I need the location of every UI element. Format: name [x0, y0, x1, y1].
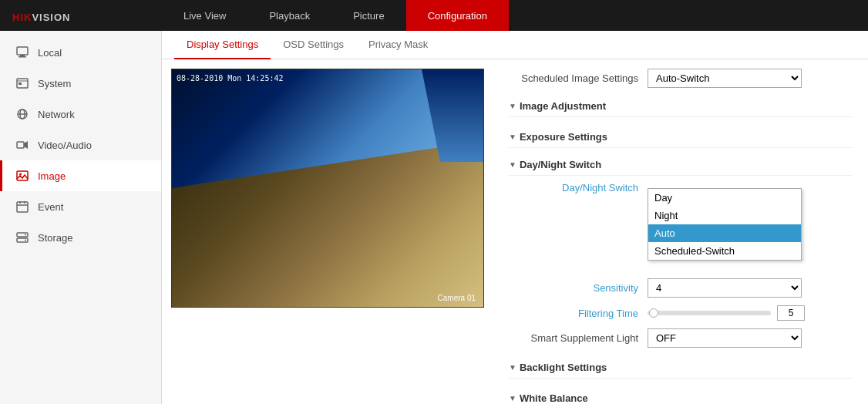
monitor-icon: [15, 45, 30, 60]
svg-rect-11: [17, 171, 28, 180]
sidebar-label-local: Local: [38, 47, 62, 59]
main-layout: Local System Network Video/Audio Image: [0, 31, 868, 404]
scheduled-image-select[interactable]: Auto-Switch Scheduled Off: [648, 69, 802, 88]
sidebar-label-network: Network: [38, 109, 75, 120]
backlight-settings-header[interactable]: Backlight Settings: [509, 357, 853, 379]
sidebar-item-network[interactable]: Network: [0, 99, 161, 130]
camera-preview-panel: 08-28-2010 Mon 14:25:42 Camera 01: [162, 59, 493, 404]
main-nav: Live View Playback Picture Configuration: [162, 0, 509, 31]
sidebar-item-video-audio[interactable]: Video/Audio: [0, 130, 161, 160]
sidebar-label-storage: Storage: [38, 232, 73, 244]
sensitivity-select[interactable]: 123 4567: [648, 278, 802, 298]
nav-live-view[interactable]: Live View: [162, 0, 247, 31]
storage-icon: [15, 230, 30, 245]
svg-rect-2: [19, 56, 26, 58]
image-adjustment-header[interactable]: Image Adjustment: [509, 96, 853, 117]
day-night-dropdown-list: Day Night Auto Scheduled-Switch: [648, 188, 802, 261]
scheduled-image-label: Scheduled Image Settings: [509, 72, 648, 84]
sidebar-item-image[interactable]: Image: [0, 160, 161, 191]
image-adjustment-section: Image Adjustment: [509, 96, 853, 117]
tab-osd-settings[interactable]: OSD Settings: [271, 31, 356, 59]
event-icon: [15, 199, 30, 214]
backlight-settings-section: Backlight Settings: [509, 357, 853, 379]
svg-point-19: [25, 234, 26, 236]
logo: HIKVISION: [12, 7, 70, 25]
day-night-section-header[interactable]: Day/Night Switch: [509, 154, 853, 176]
sidebar-label-event: Event: [38, 201, 63, 213]
nav-playback[interactable]: Playback: [247, 0, 331, 31]
exposure-settings-header[interactable]: Exposure Settings: [509, 126, 853, 148]
system-icon: [15, 76, 30, 91]
camera-feed: 08-28-2010 Mon 14:25:42 Camera 01: [171, 69, 484, 308]
svg-point-12: [19, 173, 22, 176]
content-area: Display Settings OSD Settings Privacy Ma…: [162, 31, 868, 404]
white-balance-header[interactable]: White Balance: [509, 388, 853, 404]
tabs-bar: Display Settings OSD Settings Privacy Ma…: [162, 31, 868, 59]
nav-configuration[interactable]: Configuration: [406, 0, 509, 31]
sensitivity-row: Sensitivity 123 4567: [509, 278, 853, 298]
sidebar-item-local[interactable]: Local: [0, 37, 161, 68]
sidebar-label-system: System: [38, 78, 71, 89]
smart-supplement-label: Smart Supplement Light: [509, 332, 648, 344]
svg-point-20: [25, 240, 26, 241]
filtering-time-value[interactable]: 5: [777, 305, 805, 321]
white-balance-section: White Balance: [509, 388, 853, 404]
tab-display-settings[interactable]: Display Settings: [174, 31, 271, 59]
svg-rect-1: [20, 55, 25, 56]
day-night-option-auto[interactable]: Auto: [648, 224, 801, 242]
day-night-row: Day/Night Switch Day Night Auto Schedule…: [509, 182, 853, 194]
video-audio-icon: [15, 137, 30, 153]
svg-rect-0: [17, 47, 28, 55]
right-panel: Scheduled Image Settings Auto-Switch Sch…: [493, 59, 868, 404]
day-night-option-night[interactable]: Night: [648, 207, 801, 224]
sidebar-item-storage[interactable]: Storage: [0, 222, 161, 253]
svg-rect-9: [17, 142, 24, 148]
scheduled-image-row: Scheduled Image Settings Auto-Switch Sch…: [509, 69, 853, 88]
day-night-option-scheduled[interactable]: Scheduled-Switch: [648, 242, 801, 260]
sidebar-item-event[interactable]: Event: [0, 191, 161, 222]
sidebar-label-image: Image: [38, 170, 66, 182]
svg-rect-5: [19, 82, 22, 85]
camera-label: Camera 01: [438, 294, 476, 302]
day-night-label: Day/Night Switch: [509, 182, 648, 194]
filtering-time-label: Filtering Time: [509, 308, 648, 319]
exposure-settings-section: Exposure Settings Day/Night Switch Day/N…: [509, 126, 853, 348]
smart-supplement-select[interactable]: OFF ON Auto: [648, 328, 802, 348]
filtering-time-thumb[interactable]: [649, 308, 658, 318]
nav-picture[interactable]: Picture: [331, 0, 405, 31]
smart-supplement-row: Smart Supplement Light OFF ON Auto: [509, 328, 853, 348]
network-icon: [15, 106, 30, 122]
logo-area: HIKVISION: [0, 7, 162, 25]
tab-privacy-mask[interactable]: Privacy Mask: [356, 31, 440, 59]
filtering-time-slider-group: 5: [648, 305, 805, 321]
sidebar: Local System Network Video/Audio Image: [0, 31, 162, 404]
svg-rect-13: [17, 202, 28, 212]
top-nav: HIKVISION Live View Playback Picture Con…: [0, 0, 868, 31]
svg-marker-10: [24, 141, 28, 149]
camera-timestamp: 08-28-2010 Mon 14:25:42: [177, 74, 283, 82]
sensitivity-label: Sensitivity: [509, 282, 648, 294]
day-night-option-day[interactable]: Day: [648, 189, 801, 207]
settings-area: 08-28-2010 Mon 14:25:42 Camera 01 Schedu…: [162, 59, 868, 404]
filtering-time-row: Filtering Time 5: [509, 305, 853, 321]
sidebar-label-video-audio: Video/Audio: [38, 140, 92, 151]
sidebar-item-system[interactable]: System: [0, 68, 161, 99]
filtering-time-track[interactable]: [648, 311, 771, 315]
image-icon: [15, 168, 30, 183]
